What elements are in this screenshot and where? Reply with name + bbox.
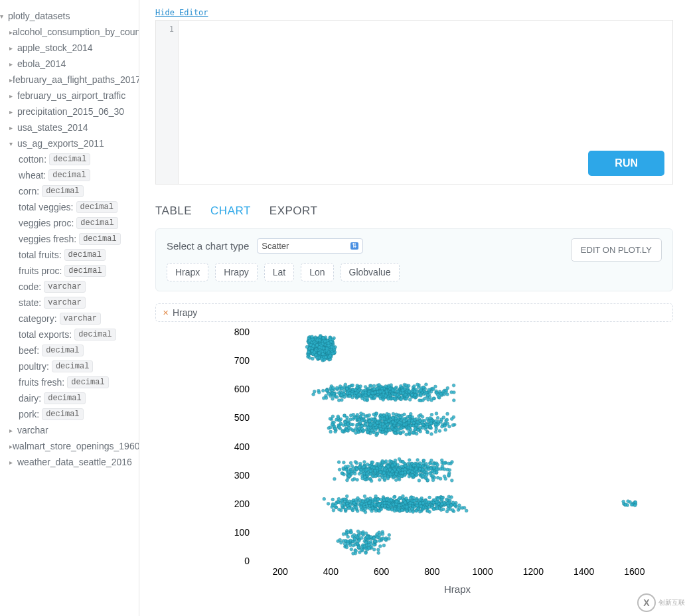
svg-point-2699 xyxy=(345,546,348,549)
svg-text:0: 0 xyxy=(244,556,250,566)
column-type-badge: decimal xyxy=(76,217,117,229)
tree-item-label: february_aa_flight_paths_2017 xyxy=(13,73,139,86)
svg-point-878 xyxy=(446,393,449,396)
svg-point-1751 xyxy=(440,459,443,462)
svg-point-1371 xyxy=(338,419,341,422)
svg-point-1512 xyxy=(360,419,364,422)
tree-item[interactable]: ▸weather_data_seattle_2016 xyxy=(0,454,139,470)
column-chip[interactable]: Globvalue xyxy=(341,263,400,281)
svg-point-1513 xyxy=(399,416,402,419)
svg-point-2459 xyxy=(426,509,429,512)
tree-item[interactable]: ▸apple_stock_2014 xyxy=(0,40,139,56)
svg-point-1813 xyxy=(374,475,377,478)
svg-point-2061 xyxy=(415,473,418,477)
svg-point-2018 xyxy=(347,475,350,478)
column-name: veggies fresh: xyxy=(19,232,76,246)
svg-point-2581 xyxy=(364,508,367,511)
svg-point-1045 xyxy=(401,389,404,392)
column-item[interactable]: poultry:decimal xyxy=(0,358,139,374)
column-item[interactable]: total veggies:decimal xyxy=(0,199,139,215)
tree-item[interactable]: ▸ebola_2014 xyxy=(0,56,139,72)
svg-point-1388 xyxy=(343,414,346,418)
svg-point-661 xyxy=(351,384,354,387)
svg-point-1360 xyxy=(430,433,433,436)
column-item[interactable]: total exports:decimal xyxy=(0,327,139,343)
svg-point-1572 xyxy=(419,426,422,429)
svg-point-2721 xyxy=(372,536,376,540)
svg-point-523 xyxy=(324,356,327,359)
column-item[interactable]: code:varchar xyxy=(0,279,139,295)
svg-point-2584 xyxy=(385,499,388,502)
svg-point-1296 xyxy=(368,414,371,417)
tree-root[interactable]: ▾ plotly_datasets xyxy=(0,8,139,24)
svg-point-1998 xyxy=(421,475,425,478)
column-chip[interactable]: Hrapx xyxy=(167,263,208,281)
svg-point-515 xyxy=(324,340,327,343)
svg-point-1510 xyxy=(364,415,368,418)
svg-point-2642 xyxy=(378,545,382,548)
svg-point-1563 xyxy=(354,427,358,431)
column-item[interactable]: category:varchar xyxy=(0,311,139,327)
column-item[interactable]: corn:decimal xyxy=(0,183,139,199)
column-item[interactable]: veggies fresh:decimal xyxy=(0,231,139,247)
chart-type-select[interactable]: Scatter ⇅ xyxy=(257,238,363,254)
svg-point-2006 xyxy=(381,461,384,464)
run-button[interactable]: RUN xyxy=(588,151,664,176)
svg-point-2578 xyxy=(383,501,386,504)
tab-table[interactable]: TABLE xyxy=(155,204,192,218)
sql-editor[interactable]: 1 RUN xyxy=(155,20,673,185)
svg-point-2740 xyxy=(382,544,386,547)
svg-point-1145 xyxy=(436,416,439,420)
column-item[interactable]: pork:decimal xyxy=(0,406,139,422)
caret-right-icon: ▸ xyxy=(9,459,17,466)
svg-point-2577 xyxy=(323,497,326,501)
svg-point-1555 xyxy=(408,419,411,422)
column-item[interactable]: fruits proc:decimal xyxy=(0,263,139,279)
tab-export[interactable]: EXPORT xyxy=(269,204,318,218)
column-item[interactable]: cotton:decimal xyxy=(0,151,139,167)
column-chip[interactable]: Lat xyxy=(264,263,294,281)
tree-item[interactable]: ▸precipitation_2015_06_30 xyxy=(0,104,139,119)
svg-point-2072 xyxy=(433,466,436,469)
column-item[interactable]: total fruits:decimal xyxy=(0,247,139,263)
svg-point-2141 xyxy=(331,498,335,501)
svg-point-2563 xyxy=(447,507,450,510)
column-chip[interactable]: Hrapy xyxy=(215,263,257,281)
column-chip[interactable]: Lon xyxy=(301,263,333,281)
close-icon[interactable]: ✕ xyxy=(163,309,169,317)
tab-chart[interactable]: CHART xyxy=(210,204,251,218)
svg-point-1057 xyxy=(408,390,411,394)
svg-point-1216 xyxy=(339,422,343,425)
column-item[interactable]: fruits fresh:decimal xyxy=(0,374,139,390)
column-item[interactable]: veggies proc:decimal xyxy=(0,215,139,231)
svg-point-1442 xyxy=(444,428,447,431)
tree-item[interactable]: ▸varchar xyxy=(0,422,139,438)
column-type-badge: decimal xyxy=(49,153,90,165)
svg-point-1182 xyxy=(438,429,441,433)
tree-item[interactable]: ▸february_aa_flight_paths_2017 xyxy=(0,72,139,88)
svg-point-2720 xyxy=(353,538,356,541)
svg-point-1310 xyxy=(434,430,437,433)
scatter-chart[interactable]: 0100200300400500600700800200400600800100… xyxy=(222,326,673,598)
svg-point-2757 xyxy=(364,552,368,555)
tree-item[interactable]: ▸alcohol_consumption_by_country_2014 xyxy=(0,24,139,40)
svg-point-1404 xyxy=(364,422,368,425)
tree-item[interactable]: ▸february_us_airport_traffic xyxy=(0,88,139,104)
column-item[interactable]: state:varchar xyxy=(0,295,139,311)
svg-point-2751 xyxy=(377,548,380,552)
tree-item[interactable]: ▸walmart_store_openings_1960_2006 xyxy=(0,438,139,454)
column-item[interactable]: wheat:decimal xyxy=(0,167,139,183)
svg-point-2613 xyxy=(377,503,380,506)
tree-item[interactable]: ▸usa_states_2014 xyxy=(0,119,139,135)
legend-item[interactable]: ✕ Hrapy xyxy=(155,303,673,322)
edit-on-plotly-button[interactable]: EDIT ON PLOT.LY xyxy=(571,238,662,262)
svg-point-2091 xyxy=(411,474,414,477)
svg-point-2080 xyxy=(393,463,396,466)
column-item[interactable]: beef:decimal xyxy=(0,343,139,358)
column-item[interactable]: dairy:decimal xyxy=(0,390,139,406)
svg-point-1754 xyxy=(346,465,350,468)
svg-point-1044 xyxy=(325,389,329,392)
tree-item[interactable]: ▾us_ag_exports_2011 xyxy=(0,135,139,151)
hide-editor-link[interactable]: Hide Editor xyxy=(155,8,673,17)
tree-item-label: walmart_store_openings_1960_2006 xyxy=(13,439,139,453)
